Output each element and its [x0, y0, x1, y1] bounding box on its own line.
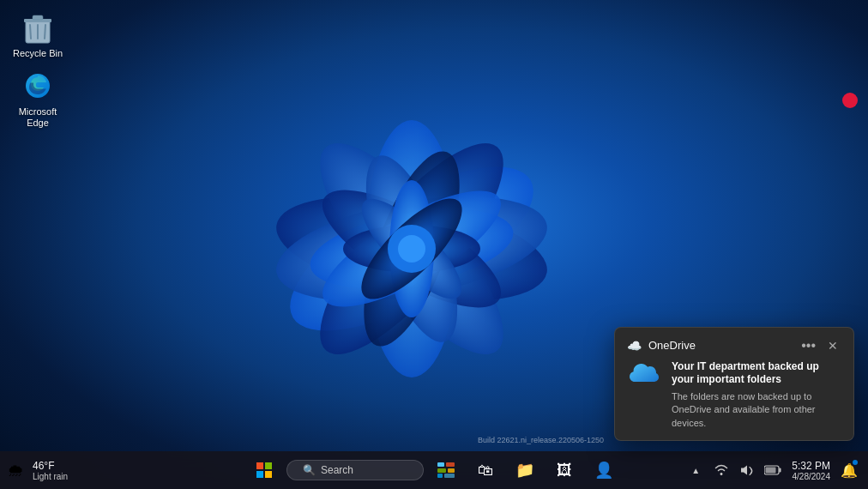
- widgets-button[interactable]: [429, 455, 463, 486]
- notification-app-name: OneDrive: [648, 339, 696, 352]
- svg-rect-24: [265, 462, 272, 469]
- people-button[interactable]: 👤: [587, 455, 621, 486]
- svg-rect-19: [33, 15, 43, 20]
- svg-rect-28: [446, 462, 455, 467]
- desktop: Recycle Bin Mi: [0, 0, 868, 489]
- search-icon: 🔍: [303, 464, 316, 476]
- taskbar-tray: ▲: [684, 455, 861, 486]
- clock-time: 5:32 PM: [792, 460, 830, 472]
- notification-header-right: ••• ✕: [798, 338, 841, 353]
- taskbar-weather[interactable]: 🌧 46°F Light rain: [7, 460, 110, 481]
- taskbar: 🌧 46°F Light rain 🔍 Search: [0, 451, 868, 489]
- svg-rect-35: [766, 468, 776, 474]
- start-button[interactable]: [247, 455, 281, 486]
- notification-description: The folders are now backed up to OneDriv…: [672, 390, 841, 430]
- clock-date: 4/28/2024: [793, 472, 831, 481]
- show-hidden-icons-button[interactable]: ▲: [684, 455, 708, 486]
- taskbar-bag-icon[interactable]: 🛍: [468, 455, 503, 486]
- svg-rect-25: [256, 471, 263, 478]
- notification-center-button[interactable]: 🔔: [837, 455, 861, 486]
- svg-rect-34: [780, 468, 781, 473]
- onedrive-app-icon: ☁️: [627, 339, 642, 353]
- svg-line-22: [45, 25, 45, 39]
- build-info: Build 22621.ni_release.220506-1250: [478, 436, 604, 444]
- notification-header-left: ☁️ OneDrive: [627, 339, 696, 353]
- weather-temperature: 46°F: [33, 460, 68, 472]
- recycle-bin-label: Recycle Bin: [13, 48, 63, 59]
- svg-rect-32: [444, 474, 455, 478]
- search-bar[interactable]: 🔍 Search: [286, 460, 424, 480]
- edge-image: [21, 69, 55, 103]
- svg-rect-23: [256, 462, 263, 469]
- photos-button[interactable]: 🖼: [547, 455, 582, 486]
- weather-description: Light rain: [33, 472, 68, 481]
- battery-icon[interactable]: [761, 455, 785, 486]
- search-placeholder: Search: [321, 464, 353, 476]
- microsoft-edge-icon[interactable]: Microsoft Edge: [7, 65, 69, 132]
- svg-point-16: [398, 235, 425, 263]
- recycle-bin-icon[interactable]: Recycle Bin: [7, 7, 69, 63]
- notification-more-button[interactable]: •••: [798, 338, 819, 353]
- taskbar-center: 🔍 Search 🛍 📁: [247, 455, 621, 486]
- svg-line-20: [30, 25, 31, 39]
- notification-title: Your IT department backed up your import…: [672, 360, 841, 387]
- volume-icon[interactable]: [735, 455, 759, 486]
- weather-icon: 🌧: [7, 461, 24, 480]
- svg-rect-27: [437, 462, 444, 467]
- file-explorer-button[interactable]: 📁: [508, 455, 542, 486]
- bell-icon: 🔔: [841, 462, 858, 479]
- recycle-bin-image: [21, 10, 55, 45]
- notification-body: Your IT department backed up your import…: [627, 360, 841, 430]
- svg-rect-29: [437, 468, 446, 473]
- svg-rect-31: [437, 474, 443, 478]
- red-dot-indicator: [842, 93, 858, 108]
- onedrive-notification: ☁️ OneDrive ••• ✕: [614, 327, 854, 441]
- onedrive-cloud-icon: [627, 360, 661, 392]
- weather-info: 46°F Light rain: [33, 460, 68, 481]
- notification-text-area: Your IT department backed up your import…: [672, 360, 841, 430]
- clock-area[interactable]: 5:32 PM 4/28/2024: [787, 458, 835, 483]
- notification-header: ☁️ OneDrive ••• ✕: [627, 338, 841, 353]
- network-icon[interactable]: [709, 455, 733, 486]
- svg-rect-26: [265, 471, 272, 478]
- notification-close-button[interactable]: ✕: [824, 339, 841, 353]
- edge-label: Microsoft Edge: [19, 106, 57, 129]
- svg-rect-30: [448, 468, 455, 473]
